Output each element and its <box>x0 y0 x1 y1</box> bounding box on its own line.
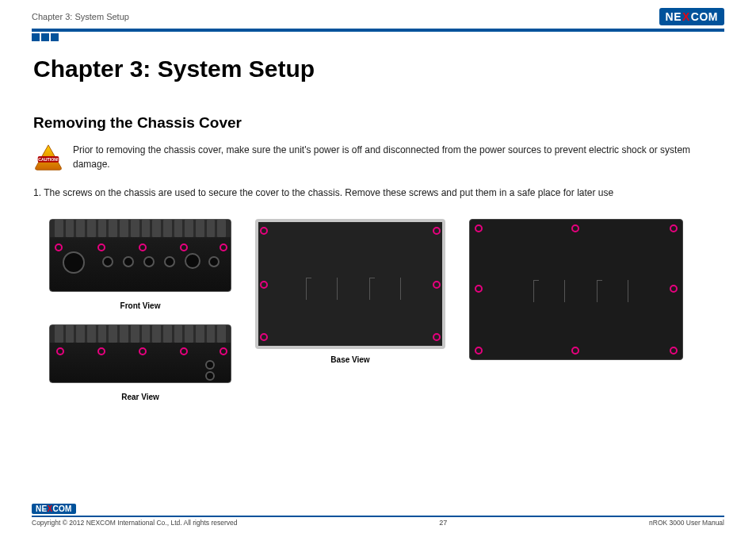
rear-view-caption: Rear View <box>121 393 159 401</box>
caution-icon: CAUTION! <box>33 143 63 173</box>
decorative-squares-icon <box>32 33 756 41</box>
rear-view-image <box>49 324 231 383</box>
manual-name: nROK 3000 User Manual <box>649 519 724 527</box>
step-1-text: 1. The screws on the chassis are used to… <box>33 186 723 200</box>
footer-logo-post: COM <box>52 504 71 513</box>
top-view-image <box>469 219 683 360</box>
footer-logo: NEXCOM <box>32 504 76 514</box>
header-divider <box>32 29 724 32</box>
front-view-image <box>49 219 231 292</box>
base-view-caption: Base View <box>330 355 369 364</box>
logo-post: COM <box>691 10 718 23</box>
footer-logo-pre: NE <box>36 504 48 513</box>
section-title: Removing the Chassis Cover <box>33 114 723 132</box>
footer-divider <box>32 516 724 517</box>
svg-text:CAUTION!: CAUTION! <box>38 157 59 162</box>
front-view-caption: Front View <box>120 301 161 310</box>
page-number: 27 <box>439 519 447 527</box>
logo-x-icon: X <box>682 10 690 23</box>
chapter-title: Chapter 3: System Setup <box>33 56 723 82</box>
header-breadcrumb: Chapter 3: System Setup <box>32 12 129 21</box>
logo-pre: NE <box>666 10 682 23</box>
caution-text: Prior to removing the chassis cover, mak… <box>73 143 723 171</box>
brand-logo: NEXCOM <box>659 8 724 25</box>
base-view-image <box>255 219 445 349</box>
copyright-text: Copyright © 2012 NEXCOM International Co… <box>32 519 238 527</box>
views-row: Front View Rear View <box>33 219 723 401</box>
